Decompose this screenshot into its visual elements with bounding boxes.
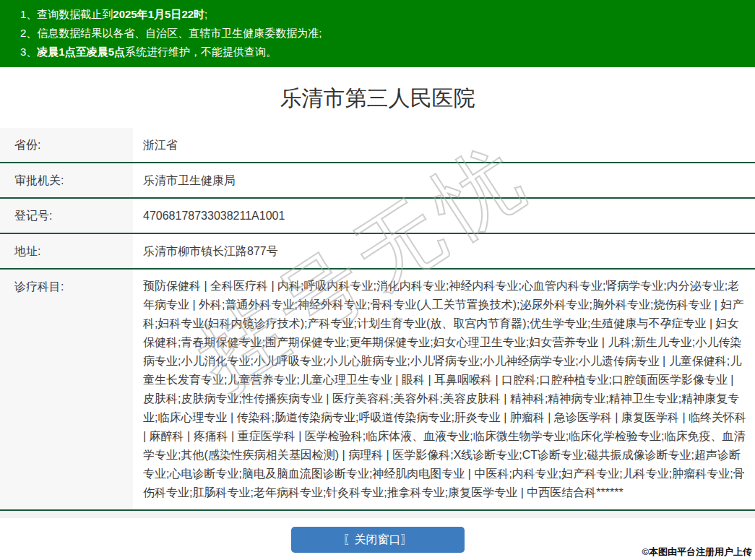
notice-line-3: 3、凌晨1点至凌晨5点系统进行维护，不能提供查询。: [20, 43, 748, 61]
notice-2-num: 2、: [20, 27, 37, 39]
notice-line-1: 1、查询数据截止到2025年1月5日22时;: [20, 5, 748, 24]
close-window-button[interactable]: 〖关闭窗口〗: [291, 527, 465, 553]
copyright-stamp: ©本图由平台注册用户上传: [642, 546, 752, 559]
table-footer-strip: [0, 512, 755, 518]
notice-2-text: 信息数据结果以各省、自治区、直辖市卫生健康委数据为准;: [37, 27, 322, 39]
info-row-province: 省份: 浙江省: [0, 128, 755, 162]
row-label: 登记号:: [0, 199, 133, 233]
row-value: 预防保健科 | 全科医疗科 | 内科;呼吸内科专业;消化内科专业;神经内科专业;…: [133, 270, 755, 509]
row-value: 浙江省: [133, 128, 755, 162]
info-row-address: 地址: 乐清市柳市镇长江路877号: [0, 233, 755, 268]
row-label: 审批机关:: [0, 163, 133, 197]
notice-3-suffix: 系统进行维护，不能提供查询。: [125, 46, 277, 58]
page-title: 乐清市第三人民医院: [0, 83, 755, 113]
row-value: 乐清市卫生健康局: [133, 163, 755, 197]
hospital-info-table: 省份: 浙江省 审批机关: 乐清市卫生健康局 登记号: 470681787330…: [0, 128, 755, 511]
notice-line-2: 2、信息数据结果以各省、自治区、直辖市卫生健康委数据为准;: [20, 24, 748, 43]
info-row-medical-departments: 诊疗科目: 预防保健科 | 全科医疗科 | 内科;呼吸内科专业;消化内科专业;神…: [0, 268, 755, 509]
notice-3-num: 3、: [20, 46, 37, 58]
notice-1-text: 查询数据截止到: [37, 8, 113, 20]
notice-1-num: 1、: [20, 8, 37, 20]
row-label: 省份:: [0, 128, 133, 162]
info-row-approval-authority: 审批机关: 乐清市卫生健康局: [0, 162, 755, 197]
notice-1-bold: 2025年1月5日22时: [113, 8, 204, 20]
info-row-registration-number: 登记号: 47068178733038211A1001: [0, 197, 755, 233]
row-label: 诊疗科目:: [0, 270, 133, 509]
notice-banner: 1、查询数据截止到2025年1月5日22时; 2、信息数据结果以各省、自治区、直…: [0, 0, 755, 67]
notice-3-bold: 凌晨1点至凌晨5点: [37, 46, 125, 58]
row-label: 地址:: [0, 234, 133, 268]
row-value: 乐清市柳市镇长江路877号: [133, 234, 755, 268]
row-value: 47068178733038211A1001: [133, 199, 755, 233]
notice-1-suffix: ;: [204, 8, 207, 20]
